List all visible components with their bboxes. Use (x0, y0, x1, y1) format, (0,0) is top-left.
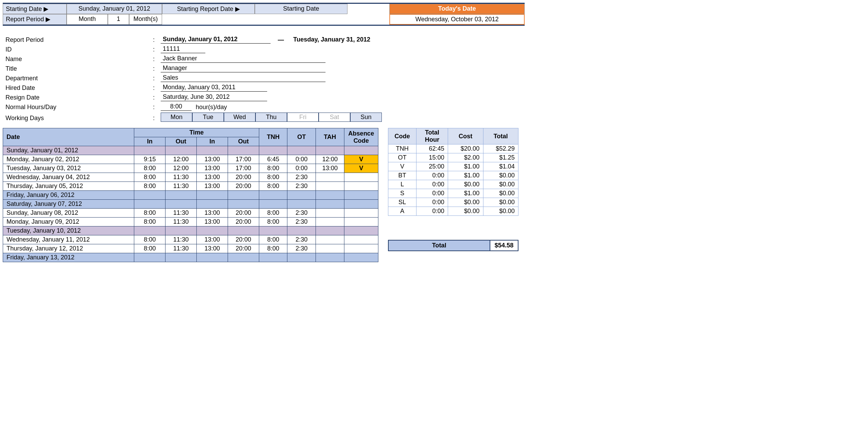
out1-cell (165, 200, 197, 209)
hired-date-label: Hired Date (3, 84, 147, 92)
day-tue: Tue (192, 113, 224, 122)
grand-total-label: Total (388, 240, 490, 251)
period-dash: — (271, 36, 291, 44)
th-tnh: TNH (259, 128, 287, 146)
th-date: Date (3, 128, 134, 146)
in2-cell: 13:00 (197, 164, 228, 173)
summary-cost: $1.00 (448, 171, 483, 180)
summary-total: $0.00 (483, 189, 518, 198)
abs-cell (344, 218, 378, 226)
summary-total: $0.00 (483, 180, 518, 189)
ot-cell: 2:30 (287, 218, 316, 226)
department-label: Department (3, 75, 147, 82)
out1-cell: 12:00 (165, 155, 197, 164)
summary-hour: 62:45 (416, 144, 448, 153)
top-header: Starting Date ▶ Sunday, January 01, 2012… (3, 3, 525, 26)
out2-cell: 20:00 (228, 173, 259, 182)
summary-hour: 25:00 (416, 162, 448, 171)
out2-cell (228, 191, 259, 200)
out2-cell (228, 253, 259, 262)
ot-cell (287, 226, 316, 235)
ot-cell: 2:30 (287, 244, 316, 253)
th-absence: Absence Code (344, 128, 378, 146)
abs-cell (344, 209, 378, 218)
th-tah: TAH (316, 128, 344, 146)
date-cell: Wednesday, January 11, 2012 (3, 235, 134, 244)
abs-cell (344, 146, 378, 155)
report-period-num[interactable]: 1 (108, 14, 129, 25)
day-mon: Mon (161, 113, 192, 122)
colon: : (147, 104, 161, 111)
starting-report-date-value[interactable]: Starting Date (255, 4, 347, 14)
starting-date-value[interactable]: Sunday, January 01, 2012 (67, 4, 162, 14)
table-row: Monday, January 09, 20128:0011:3013:0020… (3, 218, 378, 226)
todays-date-value: Wednesday, October 03, 2012 (389, 14, 525, 25)
period-start: Sunday, January 01, 2012 (161, 36, 271, 44)
date-cell: Sunday, January 01, 2012 (3, 146, 134, 155)
resign-date-label: Resign Date (3, 94, 147, 101)
tah-cell (316, 173, 344, 182)
summary-hour: 0:00 (416, 171, 448, 180)
table-row: Wednesday, January 11, 20128:0011:3013:0… (3, 235, 378, 244)
summary-row: V25:00$1.00$1.04 (388, 162, 518, 171)
in2-cell (197, 226, 228, 235)
summary-code: V (388, 162, 416, 171)
title-value: Manager (161, 65, 326, 72)
date-cell: Tuesday, January 10, 2012 (3, 226, 134, 235)
tah-cell: 12:00 (316, 155, 344, 164)
report-period-label: Report Period ▶ (3, 14, 67, 25)
colon: : (147, 94, 161, 101)
ot-cell: 0:00 (287, 164, 316, 173)
in1-cell: 9:15 (134, 155, 165, 164)
ot-cell (287, 191, 316, 200)
todays-date-label: Today's Date (389, 4, 525, 14)
out2-cell: 20:00 (228, 218, 259, 226)
summary-row: TNH62:45$20.00$52.29 (388, 144, 518, 153)
summary-cost: $0.00 (448, 198, 483, 207)
summary-total: $1.25 (483, 153, 518, 162)
colon: : (147, 36, 161, 44)
tah-cell (316, 226, 344, 235)
grand-total-value: $54.58 (490, 240, 518, 251)
summary-cost: $1.00 (448, 189, 483, 198)
date-cell: Friday, January 13, 2012 (3, 253, 134, 262)
tnh-cell (259, 191, 287, 200)
abs-cell (344, 253, 378, 262)
colon: : (147, 46, 161, 53)
in2-cell: 13:00 (197, 244, 228, 253)
report-period-unit[interactable]: Month (67, 14, 108, 25)
ot-cell: 0:00 (287, 155, 316, 164)
th-out2: Out (228, 137, 259, 146)
summary-cost: $20.00 (448, 144, 483, 153)
date-cell: Tuesday, January 03, 2012 (3, 164, 134, 173)
summary-hour: 0:00 (416, 198, 448, 207)
abs-cell: V (344, 164, 378, 173)
colon: : (147, 65, 161, 72)
ot-cell: 2:30 (287, 173, 316, 182)
out2-cell (228, 146, 259, 155)
colon: : (147, 84, 161, 92)
th-ot: OT (287, 128, 316, 146)
in2-cell: 13:00 (197, 182, 228, 191)
colon: : (147, 56, 161, 63)
tnh-cell (259, 253, 287, 262)
day-sat: Sat (319, 113, 350, 122)
th-in2: In (197, 137, 228, 146)
tnh-cell (259, 146, 287, 155)
tah-cell (316, 235, 344, 244)
table-row: Friday, January 13, 2012 (3, 253, 378, 262)
th-total-hour: Total Hour (416, 128, 448, 144)
out1-cell: 11:30 (165, 218, 197, 226)
summary-code: L (388, 180, 416, 189)
summary-row: SL0:00$0.00$0.00 (388, 198, 518, 207)
in2-cell (197, 191, 228, 200)
day-thu: Thu (255, 113, 287, 122)
ot-cell: 2:30 (287, 182, 316, 191)
tnh-cell: 8:00 (259, 164, 287, 173)
summary-hour: 0:00 (416, 207, 448, 216)
in2-cell (197, 146, 228, 155)
tah-cell (316, 244, 344, 253)
in2-cell: 13:00 (197, 173, 228, 182)
in1-cell: 8:00 (134, 164, 165, 173)
table-row: Tuesday, January 10, 2012 (3, 226, 378, 235)
